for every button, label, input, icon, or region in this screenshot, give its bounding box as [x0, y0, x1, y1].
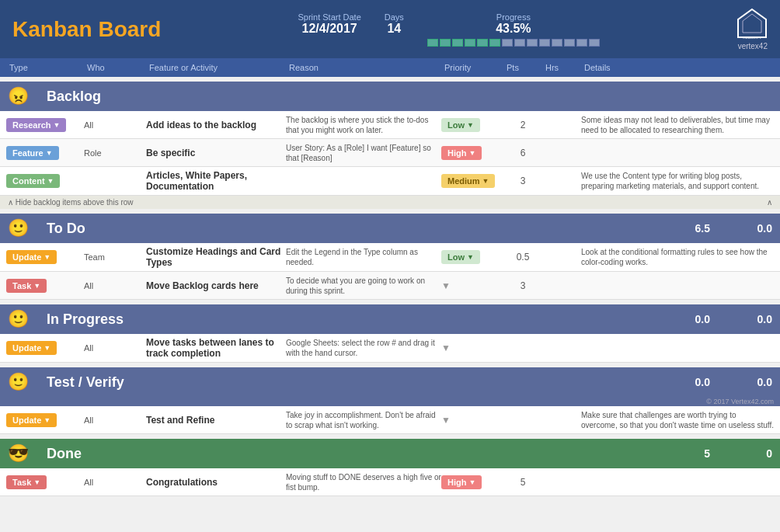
hide-backlog-row[interactable]: ∧ Hide backlog items above this row∧ — [0, 196, 780, 209]
pip-10 — [539, 39, 550, 47]
logo-text: vertex42 — [736, 42, 768, 50]
sprint-date-value: 12/4/2017 — [298, 22, 360, 36]
section-title-done: Done — [47, 446, 648, 462]
row-feature-cell: Test and Refine — [146, 415, 286, 426]
section-header-done: 😎Done50 — [0, 439, 780, 468]
row-details-cell: Make sure that challenges are worth tryi… — [581, 410, 774, 430]
section-emoji-done: 😎 — [8, 443, 47, 464]
row-feature-cell: Customize Headings and Card Types — [146, 246, 286, 268]
type-badge-research[interactable]: Research ▼ — [6, 118, 66, 132]
section-title-inprogress: In Progress — [47, 311, 648, 328]
table-row: Update ▼AllMove tasks between lanes to t… — [0, 334, 780, 363]
column-headers: Type Who Feature or Activity Reason Prio… — [0, 58, 780, 77]
priority-badge-medium[interactable]: Medium ▼ — [441, 174, 495, 188]
col-pts-header: Pts — [503, 61, 542, 74]
type-dropdown-arrow[interactable]: ▼ — [44, 416, 50, 424]
type-dropdown-arrow[interactable]: ▼ — [44, 253, 50, 261]
table-row: Update ▼TeamCustomize Headings and Card … — [0, 243, 780, 272]
type-dropdown-arrow[interactable]: ▼ — [54, 121, 61, 129]
section-header-testverify: 🙂Test / Verify0.00.0 — [0, 367, 780, 397]
row-feature-cell: Move Backlog cards here — [146, 280, 286, 291]
type-dropdown-arrow[interactable]: ▼ — [44, 344, 50, 352]
days-item: Days 14 — [385, 12, 404, 47]
priority-badge-low[interactable]: Low ▼ — [441, 118, 480, 132]
section-emoji-backlog: 😠 — [8, 86, 47, 106]
hide-backlog-right-arrow: ∧ — [767, 198, 772, 207]
row-feature-cell: Congratulations — [146, 477, 286, 488]
row-type-cell: Research ▼ — [6, 118, 84, 132]
row-who-cell: All — [84, 343, 146, 353]
pip-11 — [552, 39, 562, 47]
priority-dropdown-arrow[interactable]: ▼ — [468, 149, 475, 157]
priority-empty-arrow[interactable]: ▼ — [441, 342, 451, 353]
title-board: Board — [92, 17, 162, 41]
table-row: Task ▼AllCongratulationsMoving stuff to … — [0, 468, 780, 496]
type-badge-task[interactable]: Task ▼ — [6, 279, 47, 293]
priority-dropdown-arrow[interactable]: ▼ — [467, 253, 474, 261]
pip-7 — [502, 39, 513, 47]
row-priority-cell: ▼ — [441, 415, 503, 426]
row-reason-cell: Google Sheets: select the row # and drag… — [286, 338, 441, 358]
col-priority-header: Priority — [441, 61, 503, 74]
priority-badge-high[interactable]: High ▼ — [441, 146, 482, 160]
type-badge-task[interactable]: Task ▼ — [6, 475, 47, 489]
row-reason-cell: To decide what you are going to work on … — [286, 276, 441, 296]
row-priority-cell: High ▼ — [441, 475, 503, 489]
type-badge-feature[interactable]: Feature ▼ — [6, 146, 59, 160]
type-dropdown-arrow[interactable]: ▼ — [47, 177, 54, 185]
svg-text:vertex42: vertex42 — [743, 37, 761, 39]
row-pts-cell: 2 — [503, 120, 542, 130]
row-pts-cell: 3 — [503, 176, 542, 186]
section-pts-inprogress: 0.0 — [648, 313, 710, 325]
row-type-cell: Content ▼ — [6, 174, 84, 188]
logo-icon: vertex42 — [736, 8, 768, 39]
row-feature-cell: Move tasks between lanes to track comple… — [146, 337, 286, 359]
row-pts-cell: 5 — [503, 477, 542, 488]
row-type-cell: Task ▼ — [6, 475, 84, 489]
title-kanban: Kanban — [12, 17, 92, 41]
pip-4 — [465, 39, 475, 47]
table-row: Task ▼AllMove Backlog cards hereTo decid… — [0, 272, 780, 300]
priority-empty-arrow[interactable]: ▼ — [441, 415, 451, 426]
row-feature-cell: Add ideas to the backlog — [146, 120, 286, 130]
section-pts-todo: 6.5 — [648, 222, 710, 235]
sprint-date-item: Sprint Start Date 12/4/2017 — [298, 12, 360, 47]
type-badge-update[interactable]: Update ▼ — [6, 250, 57, 264]
row-reason-cell: User Story: As a [Role] I want [Feature]… — [286, 143, 441, 163]
table-row: Update ▼AllTest and RefineTake joy in ac… — [0, 406, 780, 434]
row-details-cell: Some ideas may not lead to deliverables,… — [581, 115, 774, 135]
row-priority-cell: High ▼ — [441, 146, 503, 160]
row-reason-cell: Edit the Legend in the Type column as ne… — [286, 247, 441, 267]
section-header-backlog: 😠Backlog — [0, 82, 780, 111]
type-dropdown-arrow[interactable]: ▼ — [33, 478, 40, 486]
row-feature-cell: Articles, White Papers, Documentation — [146, 170, 286, 192]
col-feature-header: Feature or Activity — [146, 61, 286, 74]
table-row: Content ▼Articles, White Papers, Documen… — [0, 167, 780, 196]
type-badge-content[interactable]: Content ▼ — [6, 174, 60, 188]
section-header-todo: 🙂To Do6.50.0 — [0, 214, 780, 243]
pip-12 — [564, 39, 575, 47]
priority-dropdown-arrow[interactable]: ▼ — [482, 177, 489, 185]
type-badge-update[interactable]: Update ▼ — [6, 413, 57, 427]
type-dropdown-arrow[interactable]: ▼ — [33, 282, 40, 290]
priority-empty-arrow[interactable]: ▼ — [441, 280, 451, 291]
priority-badge-high[interactable]: High ▼ — [441, 475, 482, 489]
row-type-cell: Update ▼ — [6, 341, 84, 355]
type-badge-update[interactable]: Update ▼ — [6, 341, 57, 355]
row-type-cell: Feature ▼ — [6, 146, 84, 160]
pip-2 — [440, 39, 451, 47]
row-priority-cell: Low ▼ — [441, 250, 503, 264]
priority-dropdown-arrow[interactable]: ▼ — [467, 121, 474, 129]
type-dropdown-arrow[interactable]: ▼ — [46, 149, 53, 157]
pip-1 — [427, 39, 438, 47]
row-reason-cell: The backlog is where you stick the to-do… — [286, 115, 441, 135]
col-hrs-header: Hrs — [542, 61, 581, 74]
svg-marker-1 — [743, 14, 761, 33]
priority-badge-low[interactable]: Low ▼ — [441, 250, 480, 264]
section-hrs-todo: 0.0 — [710, 222, 772, 235]
section-pts-done: 5 — [648, 447, 710, 460]
section-title-todo: To Do — [47, 221, 648, 237]
priority-dropdown-arrow[interactable]: ▼ — [468, 478, 475, 486]
row-who-cell: All — [84, 281, 146, 290]
section-hrs-done: 0 — [710, 447, 772, 460]
